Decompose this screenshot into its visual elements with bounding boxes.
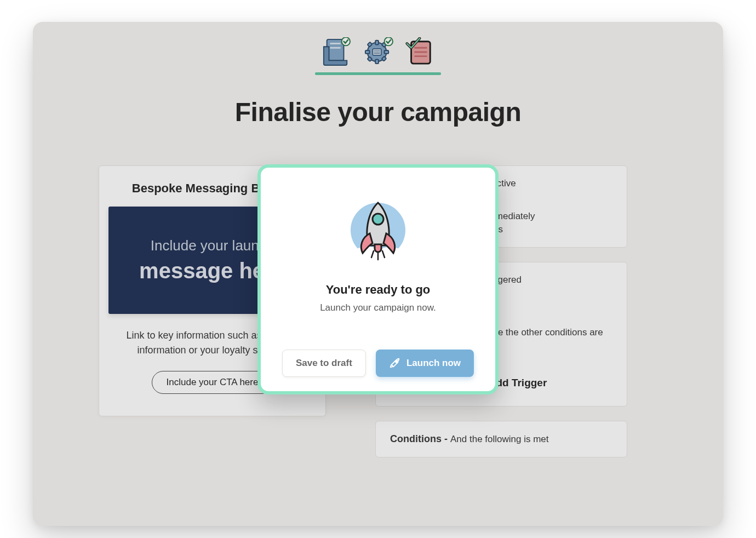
- svg-point-30: [396, 362, 397, 363]
- launch-now-label: Launch now: [406, 358, 461, 369]
- rocket-small-icon: [389, 357, 401, 369]
- modal-actions: Save to draft Launch now: [276, 350, 480, 377]
- launch-modal: You're ready to go Launch your campaign …: [257, 164, 499, 394]
- modal-subtitle: Launch your campaign now.: [320, 302, 436, 313]
- save-to-draft-button[interactable]: Save to draft: [282, 350, 366, 377]
- rocket-icon: [340, 188, 416, 267]
- launch-now-button[interactable]: Launch now: [376, 350, 474, 377]
- modal-title: You're ready to go: [326, 283, 431, 297]
- svg-point-26: [373, 214, 383, 225]
- app-window: Finalise your campaign Bespoke Messaging…: [33, 22, 723, 526]
